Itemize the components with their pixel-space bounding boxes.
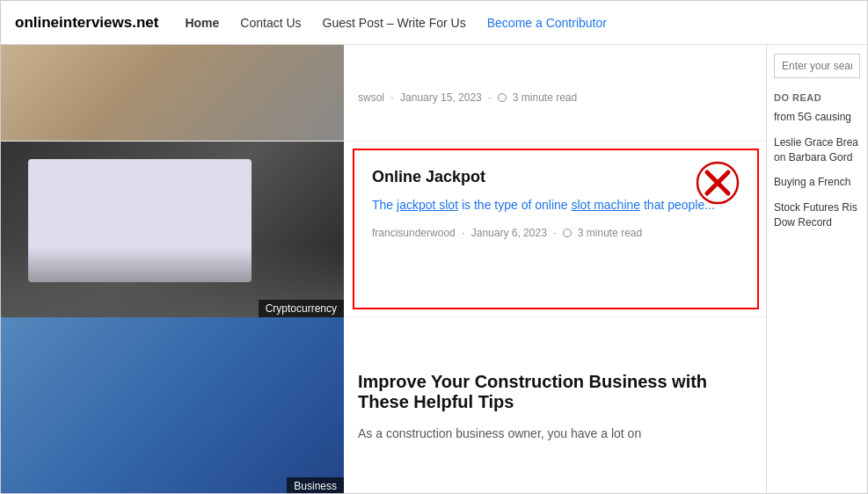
article-text-top: swsol · January 15, 2023 · 3 minute read	[344, 45, 766, 141]
sidebar-item-0[interactable]: from 5G causing	[774, 110, 860, 125]
main-nav: Home Contact Us Guest Post – Write For U…	[185, 16, 606, 30]
author-middle: francisunderwood	[372, 227, 456, 239]
money-image	[1, 45, 344, 141]
nav-guest-post[interactable]: Guest Post – Write For Us	[323, 16, 466, 30]
author-top: swsol	[358, 91, 384, 104]
highlighted-article: Online Jackpot The jackpot slot is the t…	[353, 149, 759, 309]
article-title-middle[interactable]: Online Jackpot	[372, 168, 736, 186]
main-content: swsol · January 15, 2023 · 3 minute read	[1, 45, 867, 494]
nav-contributor[interactable]: Become a Contributor	[487, 16, 607, 30]
business-image	[1, 317, 344, 494]
category-badge-crypto: Cryptocurrency	[259, 300, 344, 317]
article-excerpt-middle: The jackpot slot is the type of online s…	[372, 195, 736, 214]
slot-machine-link[interactable]: slot machine	[571, 198, 640, 212]
content-area: swsol · January 15, 2023 · 3 minute read	[1, 45, 766, 494]
sidebar-item-1[interactable]: Leslie Grace Brea on Barbara Gord	[774, 135, 860, 165]
article-excerpt-bottom: As a construction business owner, you ha…	[358, 426, 752, 440]
article-image-business: Business	[1, 317, 344, 494]
article-title-bottom[interactable]: Improve Your Construction Business with …	[358, 372, 752, 412]
jackpot-link[interactable]: jackpot slot	[397, 198, 458, 212]
sidebar-section-title: DO READ	[774, 92, 860, 103]
sidebar: DO READ from 5G causing Leslie Grace Bre…	[766, 45, 867, 494]
crypto-image	[1, 142, 344, 317]
clock-icon-middle	[563, 229, 572, 237]
article-meta-middle: francisunderwood · January 6, 2023 · 3 m…	[372, 227, 736, 239]
page-wrapper: onlineinterviews.net Home Contact Us Gue…	[0, 0, 868, 494]
date-top: January 15, 2023	[400, 91, 482, 104]
sidebar-item-3[interactable]: Stock Futures Ris Dow Record	[774, 200, 860, 230]
site-logo[interactable]: onlineinterviews.net	[15, 14, 158, 32]
read-time-middle: 3 minute read	[578, 227, 642, 239]
nav-contact[interactable]: Contact Us	[240, 16, 301, 30]
article-image-crypto: Cryptocurrency	[1, 142, 344, 317]
article-row-top: swsol · January 15, 2023 · 3 minute read	[1, 45, 766, 142]
clock-icon-top	[498, 93, 507, 102]
article-row-middle-wrapper: Cryptocurrency Online Jackpot	[1, 142, 766, 317]
header: onlineinterviews.net Home Contact Us Gue…	[1, 1, 867, 45]
category-badge-business: Business	[287, 477, 344, 494]
article-meta-top: swsol · January 15, 2023 · 3 minute read	[358, 91, 752, 104]
close-icon[interactable]	[696, 161, 740, 205]
article-image-top	[1, 45, 344, 141]
search-input[interactable]	[774, 54, 860, 78]
date-middle: January 6, 2023	[471, 227, 547, 239]
article-row-bottom: Business Improve Your Construction Busin…	[1, 317, 766, 494]
sidebar-item-2[interactable]: Buying a French	[774, 175, 860, 190]
read-time-top: 3 minute read	[513, 91, 577, 104]
nav-home[interactable]: Home	[185, 16, 219, 30]
article-text-bottom: Improve Your Construction Business with …	[344, 317, 766, 494]
